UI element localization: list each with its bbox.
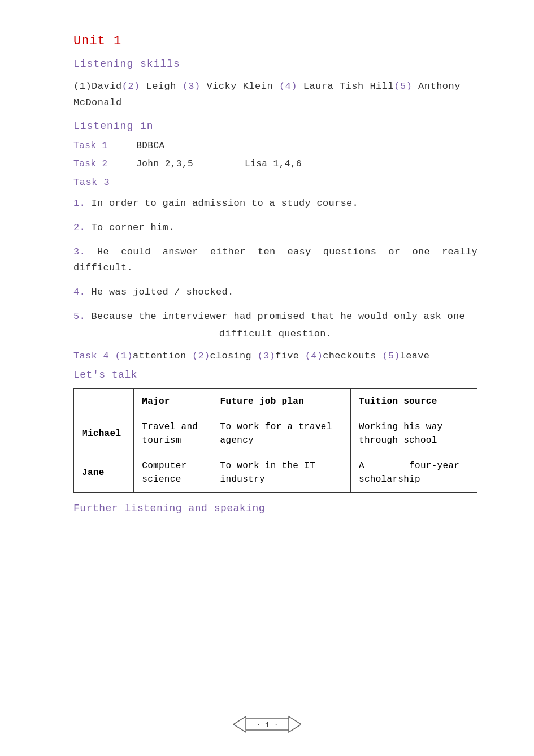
name-vicky: Vicky Klein bbox=[201, 81, 279, 92]
table-row-michael: Michael Travel andtourism To work for a … bbox=[74, 414, 477, 453]
task4-line: Task 4 (1)attention (2)closing (3)five (… bbox=[73, 351, 477, 361]
jane-job: To work in the ITindustry bbox=[212, 453, 350, 493]
task3-item-2: 2. To corner him. bbox=[73, 220, 477, 236]
task4-answer5: leave bbox=[400, 351, 430, 361]
name-prefix: (1)David bbox=[73, 81, 122, 92]
num-4: (4) bbox=[279, 81, 297, 92]
task4-answer2: closing bbox=[210, 351, 258, 361]
task4-num4: (4) bbox=[305, 351, 323, 361]
num-3: (3) bbox=[183, 81, 201, 92]
task3-item-5-overflow: difficult question. bbox=[73, 326, 477, 343]
jane-tuition: A four-yearscholarship bbox=[350, 453, 477, 493]
task2-john: John 2,3,5 bbox=[136, 159, 193, 169]
task3-item-4: 4. He was jolted / shocked. bbox=[73, 284, 477, 301]
col-header-job: Future job plan bbox=[212, 389, 350, 414]
col-header-major: Major bbox=[134, 389, 212, 414]
task2-word: Task 2 bbox=[73, 159, 108, 169]
name-leigh: Leigh bbox=[140, 81, 183, 92]
col-header-empty bbox=[74, 389, 134, 414]
task4-num1: (1) bbox=[115, 351, 133, 361]
task4-num5: (5) bbox=[382, 351, 400, 361]
jane-major: Computerscience bbox=[134, 453, 212, 493]
task2-label: Task 2 John 2,3,5 Lisa 1,4,6 bbox=[73, 159, 477, 169]
task3-item-5: 5. Because the interviewer had promised … bbox=[73, 309, 477, 343]
page: Unit 1 Listening skills (1)David(2) Leig… bbox=[0, 0, 534, 756]
svg-text:· 1 ·: · 1 · bbox=[256, 721, 278, 729]
unit-title: Unit 1 bbox=[73, 34, 477, 48]
task1-word: Task 1 bbox=[73, 141, 108, 151]
lets-talk-table: Major Future job plan Tuition source Mic… bbox=[73, 388, 477, 493]
name-laura: Laura Tish Hill bbox=[297, 81, 394, 92]
michael-tuition: Working his waythrough school bbox=[350, 414, 477, 453]
col-header-tuition: Tuition source bbox=[350, 389, 477, 414]
further-title: Further listening and speaking bbox=[73, 503, 477, 514]
num-2: (2) bbox=[122, 81, 140, 92]
task4-num2: (2) bbox=[192, 351, 210, 361]
name-mcdonald: McDonald bbox=[73, 97, 122, 108]
task4-num3: (3) bbox=[258, 351, 276, 361]
num-5: (5) bbox=[394, 81, 412, 92]
task3-item-1: 1. In order to gain admission to a study… bbox=[73, 196, 477, 212]
task3-item-3: 3. He could answer either ten easy quest… bbox=[73, 244, 477, 277]
task4-answer1: attention bbox=[133, 351, 192, 361]
task1-answer: BDBCA bbox=[136, 141, 165, 151]
page-footer: · 1 · bbox=[0, 715, 534, 733]
names-line: (1)David(2) Leigh (3) Vicky Klein (4) La… bbox=[73, 79, 477, 111]
listening-skills-title: Listening skills bbox=[73, 58, 477, 70]
michael-job: To work for a travelagency bbox=[212, 414, 350, 453]
name-anthony: Anthony bbox=[412, 81, 461, 92]
listening-in-title: Listening in bbox=[73, 120, 477, 132]
michael-label: Michael bbox=[74, 414, 134, 453]
task4-answer3: five bbox=[275, 351, 305, 361]
task2-lisa: Lisa 1,4,6 bbox=[245, 159, 302, 169]
task4-word: Task 4 bbox=[73, 351, 109, 361]
task4-answer4: checkouts bbox=[323, 351, 382, 361]
task1-label: Task 1 BDBCA bbox=[73, 141, 477, 151]
michael-major: Travel andtourism bbox=[134, 414, 212, 453]
page-decoration: · 1 · bbox=[233, 715, 301, 733]
task3-label: Task 3 bbox=[73, 177, 477, 188]
page-banner-svg: · 1 · bbox=[233, 715, 301, 733]
jane-label: Jane bbox=[74, 453, 134, 493]
table-row-jane: Jane Computerscience To work in the ITin… bbox=[74, 453, 477, 493]
lets-talk-title: Let's talk bbox=[73, 369, 477, 381]
